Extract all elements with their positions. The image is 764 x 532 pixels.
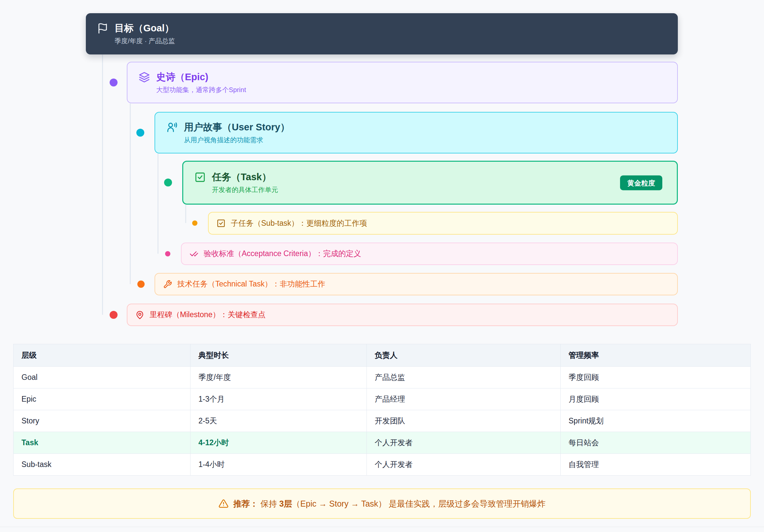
table-row-subtask: Sub-task 1-4小时 个人开发者 自我管理 (14, 454, 751, 475)
table-cell: Epic (14, 389, 191, 410)
technical-bullet (137, 280, 145, 288)
table-row-epic: Epic 1-3个月 产品经理 月度回顾 (14, 389, 751, 410)
epic-subtitle: 大型功能集，通常跨多个Sprint (156, 86, 677, 94)
acceptance-card: 验收标准（Acceptance Criteria）：完成的定义 (181, 243, 678, 265)
connector-line-task (185, 205, 186, 223)
subtask-card: 子任务（Sub-task）：更细粒度的工作项 (208, 212, 678, 235)
technical-label: 技术任务（Technical Task）：非功能性工作 (177, 279, 325, 289)
task-title: 任务（Task） (212, 172, 272, 183)
table-cell: 产品经理 (367, 389, 561, 410)
connector-line-story (157, 153, 158, 254)
table-cell: 每日站会 (561, 432, 751, 454)
connector-line-goal (102, 55, 103, 315)
table-cell: Sub-task (14, 454, 191, 475)
table-cell: 2-5天 (191, 410, 367, 432)
goal-subtitle: 季度/年度 · 产品总监 (114, 37, 678, 45)
epic-card: 史诗（Epic) 大型功能集，通常跨多个Sprint (127, 62, 678, 103)
task-subtitle: 开发者的具体工作单元 (212, 186, 677, 194)
note-part: 推荐： (234, 499, 258, 508)
flag-icon (97, 23, 108, 34)
table-cell: 开发团队 (367, 410, 561, 432)
story-card: 用户故事（User Story） 从用户视角描述的功能需求 (154, 112, 678, 153)
subtask-bullet (192, 221, 197, 226)
wrench-icon (163, 280, 172, 289)
note-part: 保持 (258, 499, 279, 508)
column-header-duration: 典型时长 (191, 344, 367, 367)
table-header-row: 层级 典型时长 负责人 管理频率 (14, 344, 751, 367)
column-header-frequency: 管理频率 (561, 344, 751, 367)
story-bullet (136, 129, 144, 137)
double-check-icon (190, 250, 198, 259)
story-subtitle: 从用户视角描述的功能需求 (184, 136, 677, 144)
check-square-icon (194, 172, 206, 183)
recommendation-note: 推荐： 保持 3层（Epic → Story → Task） 是最佳实践，层级过… (13, 488, 751, 519)
table-cell: Task (14, 432, 191, 454)
epic-title: 史诗（Epic) (156, 72, 208, 83)
epic-bullet (109, 79, 117, 87)
note-text: 推荐： 保持 3层（Epic → Story → Task） 是最佳实践，层级过… (234, 498, 545, 509)
user-voice-icon (166, 122, 178, 133)
table-row-story: Story 2-5天 开发团队 Sprint规划 (14, 410, 751, 432)
subtask-label: 子任务（Sub-task）：更细粒度的工作项 (231, 219, 367, 228)
warning-triangle-icon (219, 499, 229, 509)
note-part: 3层 (279, 499, 292, 508)
table-cell: 1-4小时 (191, 454, 367, 475)
golden-granularity-badge: 黄金粒度 (620, 175, 662, 190)
table-cell: 个人开发者 (367, 432, 561, 454)
connector-line-epic (130, 103, 131, 284)
goal-card: 目标（Goal） 季度/年度 · 产品总监 (86, 13, 678, 55)
table-cell: 月度回顾 (561, 389, 751, 410)
levels-table-wrap: 层级 典型时长 负责人 管理频率 Goal 季度/年度 产品总监 季度回顾 Ep… (13, 344, 751, 475)
table-cell: 4-12小时 (191, 432, 367, 454)
milestone-label: 里程碑（Milestone）：关键检查点 (149, 310, 266, 319)
page: 目标（Goal） 季度/年度 · 产品总监 史诗（Epic) 大型功能集，通常跨… (0, 0, 764, 532)
table-cell: 1-3个月 (191, 389, 367, 410)
acceptance-label: 验收标准（Acceptance Criteria）：完成的定义 (204, 249, 361, 259)
table-cell: Sprint规划 (561, 410, 751, 432)
table-row-task-highlighted: Task 4-12小时 个人开发者 每日站会 (14, 432, 751, 454)
task-bullet (164, 179, 172, 186)
milestone-bullet (109, 311, 117, 319)
check-square-icon (217, 219, 226, 228)
goal-title: 目标（Goal） (114, 23, 174, 34)
table-cell: 产品总监 (367, 367, 561, 389)
table-cell: Goal (14, 367, 191, 389)
table-cell: 季度回顾 (561, 367, 751, 389)
technical-card: 技术任务（Technical Task）：非功能性工作 (154, 273, 678, 295)
task-card: 任务（Task） 开发者的具体工作单元 黄金粒度 (182, 161, 678, 205)
story-title: 用户故事（User Story） (184, 122, 290, 133)
levels-table: 层级 典型时长 负责人 管理频率 Goal 季度/年度 产品总监 季度回顾 Ep… (13, 344, 751, 475)
layers-icon (139, 72, 150, 83)
table-cell: 季度/年度 (191, 367, 367, 389)
column-header-level: 层级 (14, 344, 191, 367)
map-pin-icon (135, 310, 144, 319)
milestone-card: 里程碑（Milestone）：关键检查点 (127, 304, 678, 326)
bottom-divider (0, 527, 764, 527)
table-cell: 自我管理 (561, 454, 751, 475)
table-row-goal: Goal 季度/年度 产品总监 季度回顾 (14, 367, 751, 389)
acceptance-bullet (165, 251, 170, 257)
table-cell: 个人开发者 (367, 454, 561, 475)
column-header-owner: 负责人 (367, 344, 561, 367)
table-cell: Story (14, 410, 191, 432)
note-part: （Epic → Story → Task） 是最佳实践，层级过多会导致管理开销爆… (292, 499, 546, 508)
